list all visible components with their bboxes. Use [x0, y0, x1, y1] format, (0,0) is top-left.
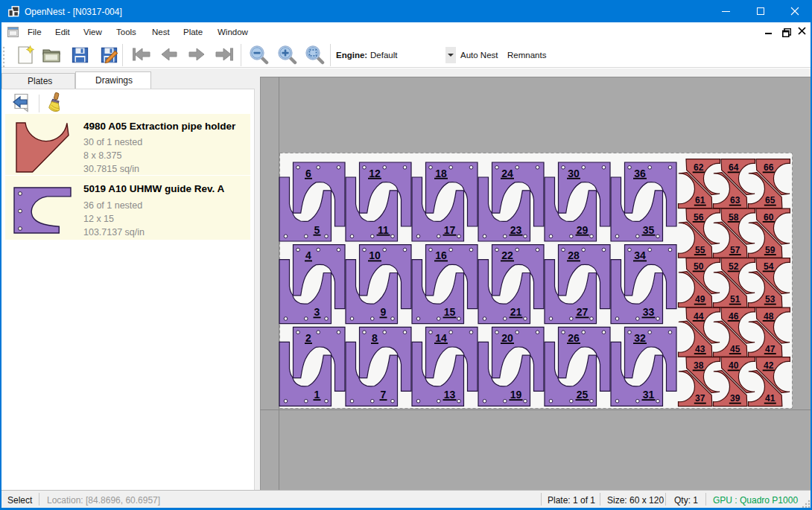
svg-text:28: 28: [568, 249, 580, 261]
svg-text:45: 45: [730, 344, 740, 354]
svg-text:15: 15: [444, 306, 456, 318]
svg-text:30: 30: [568, 168, 580, 179]
svg-text:46: 46: [729, 311, 739, 322]
svg-text:12: 12: [369, 168, 381, 179]
svg-text:21: 21: [510, 306, 522, 318]
svg-text:27: 27: [577, 306, 589, 318]
svg-text:17: 17: [444, 224, 456, 236]
svg-text:26: 26: [568, 332, 580, 344]
svg-text:1: 1: [314, 389, 320, 401]
svg-text:59: 59: [765, 245, 775, 255]
svg-text:40: 40: [729, 360, 739, 371]
svg-text:56: 56: [694, 212, 704, 223]
svg-text:37: 37: [695, 393, 705, 404]
svg-text:41: 41: [765, 393, 775, 404]
svg-text:53: 53: [765, 294, 775, 305]
svg-text:43: 43: [695, 344, 705, 354]
svg-text:48: 48: [764, 311, 774, 322]
svg-text:5: 5: [314, 224, 320, 236]
svg-text:62: 62: [694, 162, 704, 173]
svg-text:47: 47: [765, 344, 775, 354]
svg-text:35: 35: [643, 224, 655, 236]
svg-text:39: 39: [730, 393, 740, 404]
svg-text:24: 24: [501, 168, 513, 179]
svg-text:55: 55: [695, 245, 705, 255]
svg-text:31: 31: [643, 389, 655, 401]
svg-text:50: 50: [694, 261, 704, 272]
svg-text:64: 64: [729, 162, 739, 173]
svg-text:51: 51: [730, 294, 740, 305]
svg-text:7: 7: [381, 389, 387, 401]
svg-text:6: 6: [305, 168, 311, 179]
svg-text:10: 10: [369, 249, 381, 261]
svg-text:13: 13: [444, 389, 456, 401]
svg-text:4: 4: [305, 249, 311, 261]
svg-text:22: 22: [501, 249, 513, 261]
svg-text:54: 54: [764, 261, 774, 272]
svg-text:60: 60: [764, 212, 774, 223]
svg-text:44: 44: [694, 311, 704, 322]
svg-text:52: 52: [729, 261, 739, 272]
svg-text:42: 42: [764, 360, 774, 371]
svg-text:65: 65: [765, 195, 775, 205]
svg-text:36: 36: [634, 168, 646, 179]
svg-text:66: 66: [764, 162, 774, 173]
svg-text:34: 34: [634, 249, 646, 261]
svg-text:58: 58: [729, 212, 739, 223]
svg-text:20: 20: [501, 332, 513, 344]
svg-text:38: 38: [694, 360, 704, 371]
svg-text:23: 23: [510, 224, 522, 236]
svg-text:19: 19: [510, 389, 522, 401]
svg-text:16: 16: [435, 249, 447, 261]
svg-text:57: 57: [730, 245, 740, 255]
svg-text:14: 14: [435, 332, 447, 344]
svg-text:9: 9: [381, 306, 387, 318]
svg-text:8: 8: [372, 332, 378, 344]
svg-text:18: 18: [435, 168, 447, 179]
svg-text:63: 63: [730, 195, 740, 205]
svg-text:25: 25: [577, 389, 589, 401]
svg-text:11: 11: [378, 224, 389, 236]
svg-text:61: 61: [695, 195, 705, 205]
svg-text:33: 33: [643, 306, 655, 318]
svg-text:3: 3: [314, 306, 320, 318]
svg-text:2: 2: [305, 332, 311, 344]
svg-text:32: 32: [634, 332, 646, 344]
svg-text:29: 29: [577, 224, 589, 236]
svg-text:49: 49: [695, 294, 705, 305]
